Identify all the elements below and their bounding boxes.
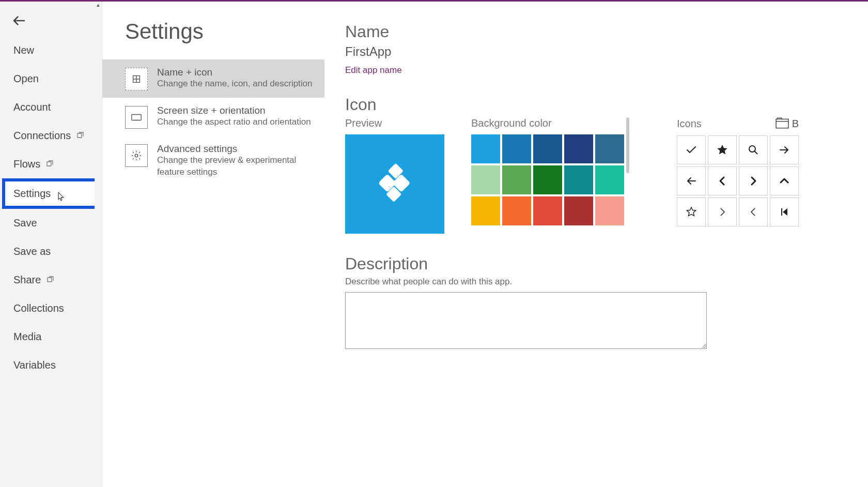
icon-option-chevron-right[interactable] [739, 166, 768, 195]
icon-option-chevron-up[interactable] [770, 166, 799, 195]
icon-preview [345, 134, 444, 234]
color-swatch[interactable] [471, 165, 500, 194]
back-button[interactable] [0, 2, 102, 36]
color-swatch[interactable] [595, 134, 624, 163]
color-swatch[interactable] [533, 165, 562, 194]
name-heading: Name [345, 22, 868, 41]
app-icon [371, 161, 418, 207]
arrow-left-icon [11, 13, 27, 28]
icon-option-angle-right[interactable] [708, 197, 737, 226]
settings-nav-screen-size-orientation[interactable]: Screen size + orientationChange the aspe… [102, 98, 324, 136]
nav-title: Screen size + orientation [157, 105, 311, 116]
sidebar-item-media[interactable]: Media [0, 323, 102, 351]
sidebar-item-save-as[interactable]: Save as [0, 237, 102, 266]
cursor-icon [58, 192, 65, 204]
description-heading: Description [345, 254, 868, 273]
external-link-icon [46, 274, 54, 286]
sidebar-item-new[interactable]: New [0, 36, 102, 65]
external-link-icon [45, 158, 54, 170]
color-swatch[interactable] [502, 196, 531, 225]
sidebar-item-label: Save [13, 217, 37, 229]
sidebar-item-label: New [13, 44, 34, 56]
settings-nav: Settings Name + iconChange the name, ico… [102, 2, 324, 487]
description-subtext: Describe what people can do with this ap… [345, 277, 868, 287]
settings-panel: Name FirstApp Edit app name Icon Preview [324, 2, 868, 487]
color-swatch[interactable] [564, 165, 593, 194]
icon-option-star-outline[interactable] [677, 197, 706, 226]
icons-label: Icons [677, 118, 702, 130]
color-swatch[interactable] [502, 165, 531, 194]
sidebar-item-label: Collections [13, 302, 64, 314]
color-scrollbar[interactable] [626, 117, 629, 173]
grid-icon [125, 68, 148, 90]
sidebar-item-label: Media [13, 331, 41, 343]
color-swatch[interactable] [471, 134, 500, 163]
icon-option-angle-left[interactable] [739, 197, 768, 226]
sidebar-item-share[interactable]: Share [0, 266, 102, 294]
icon-options-grid [677, 135, 799, 226]
icon-option-check[interactable] [677, 135, 706, 164]
color-swatch[interactable] [502, 134, 531, 163]
background-color-column: Background color [471, 117, 624, 225]
sidebar-item-settings[interactable]: Settings [2, 178, 100, 209]
edit-app-name-link[interactable]: Edit app name [345, 65, 402, 75]
scrollbar[interactable]: ▲ [95, 2, 102, 487]
svg-point-8 [749, 146, 755, 152]
preview-label: Preview [345, 117, 444, 129]
nav-title: Name + icon [157, 67, 313, 78]
sidebar-item-label: Settings [13, 188, 51, 200]
icon-option-arrow-right[interactable] [770, 135, 799, 164]
icon-heading: Icon [345, 95, 868, 114]
bg-color-label: Background color [471, 117, 624, 129]
icon-option-arrow-left[interactable] [677, 166, 706, 195]
icon-option-skip-back[interactable] [770, 197, 799, 226]
sidebar-item-collections[interactable]: Collections [0, 294, 102, 323]
file-menu-sidebar: ▲ NewOpenAccountConnectionsFlowsSettings… [0, 2, 102, 487]
svg-point-2 [135, 154, 138, 157]
sidebar-item-account[interactable]: Account [0, 93, 102, 121]
app-name-value: FirstApp [345, 44, 868, 59]
sidebar-item-label: Open [13, 73, 39, 85]
nav-desc: Change the name, icon, and description [157, 78, 313, 90]
sidebar-item-variables[interactable]: Variables [0, 351, 102, 379]
icon-option-star-filled[interactable] [708, 135, 737, 164]
sidebar-item-save[interactable]: Save [0, 209, 102, 237]
settings-nav-advanced-settings[interactable]: Advanced settingsChange the preview & ex… [102, 136, 324, 186]
preview-column: Preview [345, 117, 444, 234]
sidebar-item-open[interactable]: Open [0, 65, 102, 93]
sidebar-item-label: Flows [13, 158, 40, 170]
color-swatch[interactable] [564, 134, 593, 163]
icon-option-chevron-left[interactable] [708, 166, 737, 195]
nav-title: Advanced settings [157, 143, 314, 155]
sidebar-item-label: Share [13, 274, 41, 286]
color-swatch-grid [471, 134, 624, 225]
color-swatch[interactable] [595, 196, 624, 225]
gear-icon [125, 144, 148, 167]
color-swatch[interactable] [471, 196, 500, 225]
icon-option-search[interactable] [739, 135, 768, 164]
page-title: Settings [102, 12, 324, 59]
nav-desc: Change the aspect ratio and orientation [157, 116, 311, 128]
icons-column: Icons B [677, 117, 799, 226]
sidebar-item-connections[interactable]: Connections [0, 121, 102, 150]
color-swatch[interactable] [595, 165, 624, 194]
scroll-up-icon[interactable]: ▲ [95, 2, 102, 9]
sidebar-item-label: Account [13, 101, 51, 113]
sidebar-item-label: Save as [13, 246, 51, 257]
svg-rect-7 [776, 119, 788, 128]
color-swatch[interactable] [564, 196, 593, 225]
description-input[interactable] [345, 292, 707, 349]
settings-nav-name-icon[interactable]: Name + iconChange the name, icon, and de… [102, 59, 324, 98]
browse-label[interactable]: B [792, 118, 799, 130]
nav-desc: Change the preview & experimental featur… [157, 155, 314, 178]
svg-rect-1 [132, 115, 141, 120]
screen-icon [125, 106, 148, 129]
external-link-icon [76, 130, 84, 142]
browse-icon[interactable] [776, 117, 789, 130]
color-swatch[interactable] [533, 134, 562, 163]
sidebar-item-label: Connections [13, 130, 71, 142]
sidebar-item-label: Variables [13, 359, 56, 371]
color-swatch[interactable] [533, 196, 562, 225]
sidebar-item-flows[interactable]: Flows [0, 150, 102, 178]
